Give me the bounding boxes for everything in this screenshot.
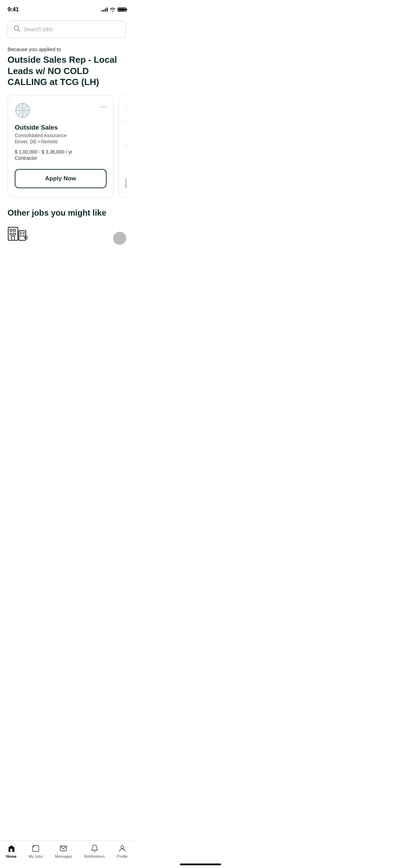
job-card-header: ··· bbox=[15, 103, 107, 118]
svg-rect-24 bbox=[20, 232, 22, 234]
search-placeholder: Search jobs bbox=[24, 26, 53, 33]
svg-rect-19 bbox=[13, 229, 15, 231]
apply-now-button[interactable]: Apply Now bbox=[15, 169, 107, 188]
svg-rect-25 bbox=[23, 232, 24, 234]
job-type: Contractor bbox=[15, 155, 107, 161]
applied-label: Because you applied to bbox=[8, 46, 126, 52]
partial-job-card: Ou Re Sp Da $ 5 bbox=[119, 95, 126, 198]
svg-rect-26 bbox=[20, 235, 22, 237]
partial-location: Da bbox=[126, 136, 126, 141]
svg-rect-23 bbox=[19, 231, 26, 240]
svg-point-11 bbox=[16, 110, 17, 111]
partial-company-icon bbox=[126, 103, 126, 116]
status-icons bbox=[101, 8, 126, 12]
company-name: Consolidated Assurance bbox=[15, 133, 107, 138]
job-location: Dover, DE • Remote bbox=[15, 139, 107, 144]
job-cards-row: ··· Outside Sales Consolidated Assurance… bbox=[8, 95, 126, 198]
partial-company: Sp bbox=[126, 131, 126, 136]
svg-rect-18 bbox=[10, 229, 12, 231]
featured-job-card: ··· Outside Sales Consolidated Assurance… bbox=[8, 95, 114, 198]
svg-rect-22 bbox=[12, 236, 14, 240]
more-options-icon[interactable]: ··· bbox=[100, 103, 107, 110]
partial-apply-button[interactable] bbox=[126, 176, 126, 191]
partial-salary: $ 5 bbox=[126, 144, 126, 149]
scroll-indicator bbox=[113, 232, 126, 245]
svg-rect-27 bbox=[23, 235, 24, 237]
other-jobs-preview bbox=[8, 225, 126, 245]
search-icon bbox=[13, 25, 20, 34]
search-bar[interactable]: Search jobs bbox=[8, 21, 126, 38]
main-content: Search jobs Because you applied to Outsi… bbox=[0, 17, 134, 279]
svg-rect-21 bbox=[13, 233, 15, 235]
svg-line-1 bbox=[18, 30, 20, 31]
status-time: 9:41 bbox=[8, 6, 19, 13]
svg-point-12 bbox=[28, 110, 29, 111]
job-salary: $ 1,00,000 - $ 3,36,000 / yr bbox=[15, 149, 107, 155]
signal-icon bbox=[101, 8, 108, 12]
battery-icon bbox=[118, 8, 126, 12]
company-logo bbox=[15, 103, 31, 118]
wifi-icon bbox=[110, 8, 116, 12]
job-title: Outside Sales bbox=[15, 124, 107, 131]
svg-point-10 bbox=[22, 116, 23, 117]
partial-title: Ou bbox=[126, 119, 126, 124]
other-jobs-title: Other jobs you might like bbox=[8, 208, 126, 218]
partial-subtitle: Re bbox=[126, 125, 126, 130]
applied-job-title: Outside Sales Rep - Local Leads w/ NO CO… bbox=[8, 54, 126, 88]
other-job-icon bbox=[8, 225, 28, 245]
status-bar: 9:41 bbox=[0, 0, 134, 17]
svg-point-9 bbox=[22, 104, 23, 105]
svg-rect-20 bbox=[10, 233, 12, 235]
